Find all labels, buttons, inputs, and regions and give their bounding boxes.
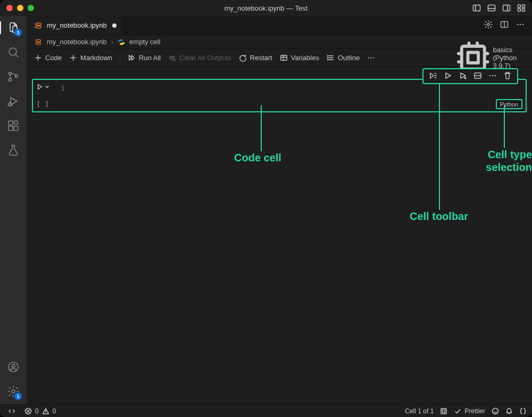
outline-button[interactable]: Outline bbox=[327, 54, 360, 62]
svg-point-51 bbox=[327, 55, 328, 56]
notifications-status[interactable] bbox=[505, 407, 513, 415]
variables-label: Variables bbox=[291, 54, 319, 62]
clear-outputs-button[interactable]: Clear All Outputs bbox=[168, 54, 231, 62]
settings-activity[interactable]: 1 bbox=[6, 384, 21, 399]
run-all-button[interactable]: Run All bbox=[128, 54, 161, 62]
editor-actions bbox=[477, 16, 532, 35]
svg-point-24 bbox=[36, 23, 41, 25]
svg-rect-2 bbox=[488, 5, 495, 11]
editor-tab-label: my_notebook.ipynb bbox=[47, 21, 107, 29]
svg-rect-17 bbox=[9, 121, 13, 125]
source-control-activity[interactable] bbox=[6, 69, 21, 84]
execute-above-icon[interactable] bbox=[459, 71, 467, 81]
cell-position-status[interactable]: Cell 1 of 1 bbox=[405, 407, 434, 415]
run-cell-button[interactable] bbox=[36, 83, 49, 91]
minimize-window-button[interactable] bbox=[17, 5, 23, 11]
svg-rect-8 bbox=[518, 9, 521, 11]
annotation-line bbox=[439, 71, 440, 210]
breadcrumb-file: my_notebook.ipynb bbox=[47, 38, 107, 46]
svg-point-56 bbox=[373, 57, 374, 58]
svg-rect-9 bbox=[522, 9, 525, 11]
explorer-activity[interactable]: 1 bbox=[6, 20, 21, 35]
add-markdown-cell-button[interactable]: Markdown bbox=[69, 54, 112, 62]
customize-layout-button[interactable] bbox=[517, 4, 526, 12]
variables-button[interactable]: Variables bbox=[280, 54, 319, 62]
add-code-cell-button[interactable]: Code bbox=[34, 54, 62, 62]
toggle-primary-sidebar-button[interactable] bbox=[472, 4, 481, 12]
remote-indicator[interactable] bbox=[5, 406, 18, 416]
dirty-indicator-icon bbox=[112, 23, 117, 28]
more-actions-icon[interactable] bbox=[516, 20, 525, 30]
svg-rect-20 bbox=[14, 121, 18, 124]
svg-point-30 bbox=[520, 24, 521, 26]
run-debug-activity[interactable] bbox=[6, 94, 21, 109]
svg-point-53 bbox=[327, 60, 328, 60]
svg-rect-57 bbox=[462, 46, 485, 69]
titlebar: my_notebook.ipynb — Test bbox=[0, 0, 532, 16]
cell-gutter: [ ] bbox=[33, 80, 52, 111]
run-by-line-icon[interactable] bbox=[429, 71, 437, 81]
execute-cell-icon[interactable] bbox=[444, 71, 452, 81]
svg-point-54 bbox=[368, 57, 369, 58]
testing-activity[interactable] bbox=[6, 143, 21, 158]
svg-point-89 bbox=[496, 410, 496, 411]
svg-line-11 bbox=[15, 54, 18, 57]
notebook-settings-icon[interactable] bbox=[484, 20, 493, 30]
svg-marker-39 bbox=[132, 55, 135, 60]
code-cell[interactable]: [ ] 1 Python bbox=[32, 79, 527, 112]
svg-marker-71 bbox=[446, 73, 451, 78]
svg-point-52 bbox=[327, 58, 328, 58]
run-all-label: Run All bbox=[139, 54, 161, 62]
svg-point-33 bbox=[36, 43, 41, 45]
annotation-code-cell: Code cell bbox=[234, 151, 281, 164]
svg-point-26 bbox=[487, 23, 489, 26]
line-number: 1 bbox=[54, 84, 65, 92]
svg-point-78 bbox=[495, 75, 496, 76]
settings-badge: 1 bbox=[14, 393, 22, 400]
errors-count: 0 bbox=[35, 407, 39, 415]
svg-point-76 bbox=[489, 75, 491, 76]
separator bbox=[120, 54, 120, 62]
toggle-secondary-sidebar-button[interactable] bbox=[502, 4, 511, 12]
cell-toolbar bbox=[422, 68, 518, 84]
svg-point-22 bbox=[12, 364, 15, 367]
zoom-window-button[interactable] bbox=[28, 5, 34, 11]
kernel-name-label: basics (Python 3.9.7) bbox=[493, 46, 525, 70]
split-cell-icon[interactable] bbox=[473, 71, 482, 81]
svg-point-87 bbox=[493, 408, 498, 414]
notebook-body: [ ] 1 Python Code cell Cell toolbar Cel bbox=[27, 67, 532, 404]
restart-kernel-button[interactable]: Restart bbox=[239, 54, 272, 62]
search-activity[interactable] bbox=[6, 45, 21, 60]
editor-tab[interactable]: my_notebook.ipynb bbox=[27, 16, 123, 35]
cell-more-icon[interactable] bbox=[488, 71, 497, 81]
svg-point-55 bbox=[371, 57, 372, 58]
feedback-status[interactable] bbox=[492, 407, 499, 415]
svg-point-88 bbox=[494, 410, 494, 411]
explorer-badge: 1 bbox=[14, 29, 22, 36]
cell-language-picker[interactable]: Python bbox=[496, 99, 522, 109]
split-editor-icon[interactable] bbox=[500, 20, 509, 30]
breadcrumb-cell: empty cell bbox=[129, 38, 161, 46]
close-window-button[interactable] bbox=[6, 5, 13, 11]
chevron-right-icon: › bbox=[111, 38, 113, 46]
jupyter-icon bbox=[34, 38, 43, 46]
cell-position-label: Cell 1 of 1 bbox=[405, 407, 434, 415]
extensions-activity[interactable] bbox=[6, 118, 21, 133]
python-icon bbox=[118, 38, 125, 46]
warnings-count: 0 bbox=[53, 407, 56, 415]
restart-label: Restart bbox=[250, 54, 272, 62]
prettier-status[interactable]: Prettier bbox=[454, 407, 485, 415]
accounts-activity[interactable] bbox=[6, 359, 21, 374]
cell-editor[interactable]: 1 bbox=[52, 80, 526, 111]
jupyter-icon bbox=[34, 21, 43, 30]
svg-rect-45 bbox=[281, 55, 287, 60]
problems-status[interactable]: 0 0 bbox=[24, 407, 56, 415]
editor-mode-status[interactable] bbox=[519, 407, 527, 415]
delete-cell-icon[interactable] bbox=[503, 71, 512, 81]
kernel-status[interactable] bbox=[440, 407, 447, 415]
toggle-panel-button[interactable] bbox=[487, 4, 496, 12]
svg-point-31 bbox=[522, 24, 524, 26]
svg-point-25 bbox=[36, 26, 41, 28]
toolbar-more-button[interactable] bbox=[367, 54, 375, 62]
svg-rect-58 bbox=[468, 53, 478, 63]
